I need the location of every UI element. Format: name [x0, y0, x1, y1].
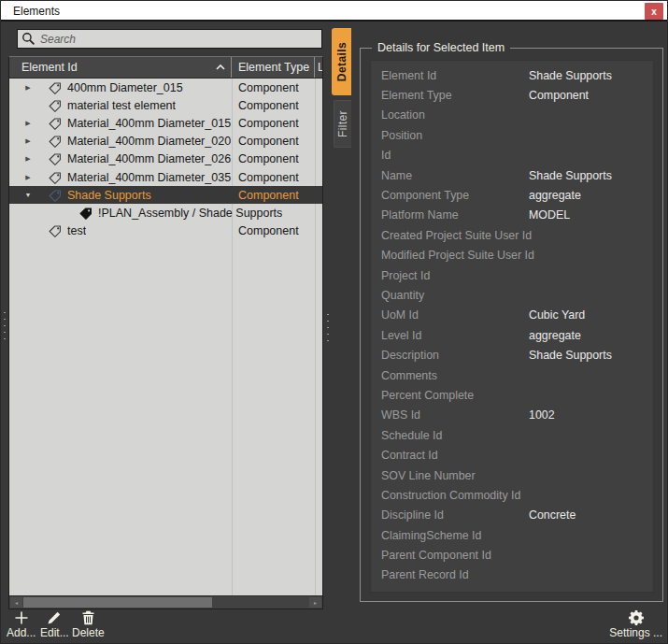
detail-field-label: Discipline Id [381, 508, 529, 522]
tree-body: ▶ 400mm Diameter_015 Component material … [9, 79, 322, 595]
delete-button[interactable]: Delete [72, 609, 105, 639]
detail-field-label: Name [381, 169, 529, 182]
element-id-cell: Material_400mm Diameter_015 [67, 117, 231, 130]
detail-field-row: Project Id [371, 265, 653, 285]
element-id-cell: !PLAN_Assembly / Shade Supports [98, 207, 282, 220]
tag-icon [49, 171, 62, 184]
tab-filter-label: Filter [336, 110, 349, 137]
detail-field-value: Cubic Yard [529, 308, 585, 322]
close-button[interactable]: x [645, 3, 663, 20]
detail-field-label: WBS Id [381, 408, 529, 422]
expander-icon[interactable]: ▶ [21, 84, 35, 92]
table-row[interactable]: ▶ Material_400mm Diameter_015 Component [9, 114, 322, 132]
column-header-label: Element Type [238, 61, 309, 74]
detail-field-label: Quantity [381, 289, 529, 302]
detail-field-value: MODEL [529, 208, 570, 222]
detail-field-label: Comments [381, 369, 529, 382]
detail-field-row: Comments [371, 365, 653, 385]
detail-field-row: UoM Id Cubic Yard [371, 306, 653, 325]
element-id-cell: 400mm Diameter_015 [67, 81, 183, 94]
search-input[interactable] [17, 29, 322, 49]
edit-button-label: Edit... [40, 626, 69, 639]
tag-icon [49, 117, 62, 130]
titlebar: Elements x [1, 1, 667, 21]
detail-field-row: Element Id Shade Supports [371, 65, 653, 85]
detail-field-label: Project Id [381, 269, 529, 282]
trash-icon [81, 609, 95, 626]
table-row[interactable]: ▼ Shade Supports Component [9, 186, 322, 204]
table-row[interactable]: material test element Component [9, 96, 322, 114]
table-row[interactable]: ▶ Material_400mm Diameter_020 Component [9, 133, 322, 150]
detail-field-label: SOV Line Number [381, 469, 529, 482]
element-type-cell: Component [238, 135, 299, 148]
details-groupbox: Details for Selected Item Element Id Sha… [360, 48, 663, 602]
tag-icon [49, 99, 62, 112]
detail-field-row: SOV Line Number [371, 465, 653, 485]
window-title: Elements [13, 1, 60, 21]
table-row[interactable]: ▶ 400mm Diameter_015 Component [9, 79, 322, 96]
detail-field-row: Id [371, 146, 653, 165]
tag-icon [49, 135, 62, 148]
detail-field-label: Parent Component Id [381, 549, 529, 562]
expander-icon[interactable]: ▶ [21, 137, 35, 145]
element-type-cell: Component [238, 117, 299, 130]
table-row[interactable]: ▶ Material_400mm Diameter_035 Component [9, 168, 322, 186]
element-type-cell: Component [238, 152, 299, 165]
detail-field-row: Level Id aggregate [371, 325, 653, 345]
detail-field-label: Id [381, 149, 529, 162]
element-id-cell: Shade Supports [67, 189, 151, 202]
column-header-location[interactable]: L [315, 57, 322, 78]
table-row[interactable]: test Component [9, 222, 322, 240]
details-fields-panel: Element Id Shade Supports Element Type C… [370, 60, 654, 593]
scrollbar-thumb[interactable] [23, 597, 212, 608]
detail-field-label: Parent Record Id [381, 568, 529, 581]
element-type-cell: Component [238, 99, 299, 112]
add-button[interactable]: Add... [7, 609, 36, 639]
detail-field-value: aggregate [529, 189, 581, 202]
detail-field-value: Shade Supports [529, 169, 612, 182]
delete-button-label: Delete [72, 626, 105, 639]
detail-field-label: Schedule Id [381, 429, 529, 442]
detail-field-row: Schedule Id [371, 425, 653, 445]
tab-filter[interactable]: Filter [334, 100, 351, 148]
detail-field-label: UoM Id [381, 308, 529, 322]
bottom-toolbar: Add... Edit... Delete [1, 608, 667, 643]
sort-ascending-icon [216, 64, 225, 70]
detail-field-label: Modified Project Suite User Id [381, 249, 529, 262]
expander-icon[interactable]: ▼ [21, 192, 35, 198]
table-row[interactable]: ▶ Material_400mm Diameter_026 Component [9, 150, 322, 168]
settings-button[interactable]: Settings ... [609, 609, 662, 639]
column-header-element-id[interactable]: Element Id [9, 57, 232, 78]
tab-details[interactable]: Details [332, 28, 351, 95]
center-splitter-grip[interactable] [326, 311, 330, 347]
left-splitter-grip[interactable] [3, 309, 7, 345]
scroll-left-button[interactable]: ◂ [10, 597, 22, 608]
detail-field-row: Element Type Component [371, 85, 653, 105]
detail-field-row: Component Type aggregate [371, 185, 653, 205]
tag-icon [79, 207, 92, 220]
horizontal-scrollbar[interactable]: ◂ ▸ [9, 595, 322, 608]
detail-field-value: aggregate [529, 329, 581, 342]
expander-icon[interactable]: ▶ [21, 174, 35, 181]
detail-field-row: Construction Commodity Id [371, 485, 653, 505]
expander-icon[interactable]: ▶ [21, 155, 35, 163]
detail-field-row: Platform Name MODEL [371, 206, 653, 225]
tag-icon [49, 189, 62, 202]
detail-field-value: Component [529, 89, 589, 102]
element-tree: Element Id Element Type L ▶ 400mm Diamet… [8, 56, 323, 609]
settings-button-label: Settings ... [609, 626, 662, 639]
detail-field-label: Platform Name [381, 208, 529, 222]
detail-field-label: Description [381, 349, 529, 362]
detail-field-label: Element Id [381, 69, 529, 82]
tag-icon [49, 152, 62, 165]
expander-icon[interactable]: ▶ [21, 120, 35, 127]
detail-field-row: Location [371, 106, 653, 125]
scroll-right-button[interactable]: ▸ [309, 597, 321, 608]
column-header-element-type[interactable]: Element Type [232, 57, 315, 78]
details-group-title: Details for Selected Item [372, 41, 510, 54]
detail-field-label: Position [381, 129, 529, 142]
detail-field-label: Construction Commodity Id [381, 489, 529, 502]
detail-field-label: Component Type [381, 189, 529, 202]
table-row[interactable]: !PLAN_Assembly / Shade Supports [9, 204, 322, 222]
edit-button[interactable]: Edit... [40, 609, 69, 639]
